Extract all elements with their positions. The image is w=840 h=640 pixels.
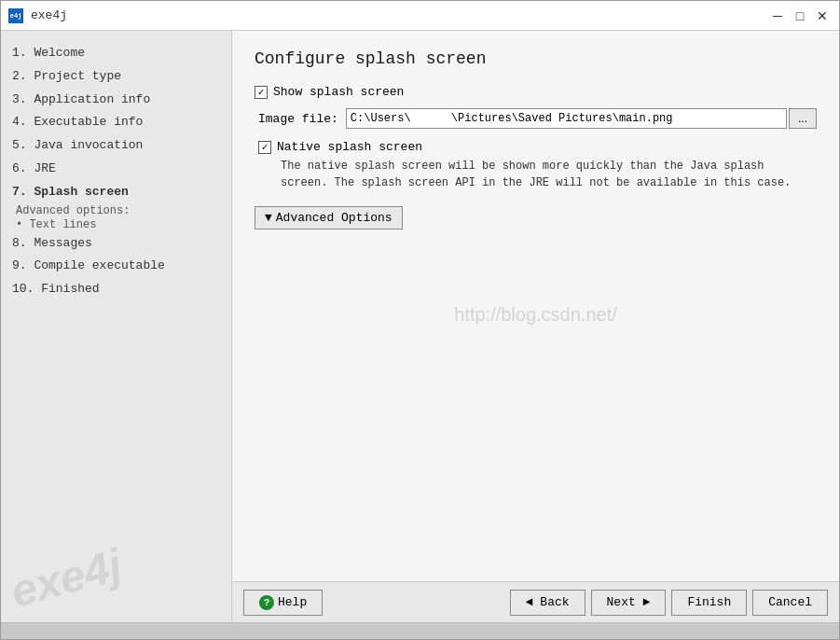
cancel-label: Cancel [768, 595, 812, 609]
main-content: Configure splash screen ✓ Show splash sc… [232, 31, 839, 581]
sidebar-item-messages[interactable]: 8. Messages [8, 232, 224, 256]
show-splash-checkbox[interactable]: ✓ [255, 86, 268, 99]
back-button[interactable]: ◄ Back [510, 590, 585, 616]
native-splash-label: Native splash screen [277, 140, 422, 154]
finish-button[interactable]: Finish [671, 590, 747, 616]
watermark-url: http://blog.csdn.net/ [255, 304, 817, 326]
sidebar-item-java-invocation[interactable]: 5. Java invocation [8, 134, 224, 158]
show-splash-checkbox-label[interactable]: ✓ Show splash screen [255, 85, 404, 99]
window-controls: ─ □ ✕ [768, 7, 832, 25]
advanced-options-button[interactable]: ▼ Advanced Options [255, 206, 403, 230]
show-splash-label: Show splash screen [273, 85, 404, 99]
sidebar: 1. Welcome 2. Project type 3. Applicatio… [1, 31, 232, 622]
image-file-label: Image file: [258, 112, 338, 126]
sidebar-item-splash-screen[interactable]: 7. Splash screen [8, 181, 224, 204]
native-splash-section: ✓ Native splash screen The native splash… [258, 140, 817, 191]
image-file-row: Image file: ... [255, 108, 817, 129]
finish-label: Finish [687, 595, 731, 609]
sidebar-item-application-info[interactable]: 3. Application info [8, 89, 224, 112]
sidebar-item-welcome[interactable]: 1. Welcome [8, 42, 224, 65]
main-panel: Configure splash screen ✓ Show splash sc… [232, 31, 839, 622]
sidebar-item-finished[interactable]: 10. Finished [8, 278, 224, 301]
sidebar-watermark: exe4j [6, 538, 127, 617]
advanced-options-label: Advanced Options [276, 211, 392, 225]
footer: ? Help ◄ Back Next ► Finish Cancel [232, 581, 839, 622]
native-splash-checkbox[interactable]: ✓ [258, 141, 271, 154]
bottom-bar [1, 622, 839, 639]
native-splash-checkbox-label[interactable]: ✓ Native splash screen [258, 140, 817, 154]
show-splash-row: ✓ Show splash screen [255, 85, 817, 99]
window-title: exe4j [31, 8, 768, 22]
next-button[interactable]: Next ► [591, 590, 667, 616]
close-button[interactable]: ✕ [813, 7, 832, 25]
sidebar-item-executable-info[interactable]: 4. Executable info [8, 111, 224, 134]
main-window: e4j exe4j ─ □ ✕ 1. Welcome 2. Project ty… [0, 0, 840, 640]
sidebar-item-project-type[interactable]: 2. Project type [8, 65, 224, 89]
page-title: Configure splash screen [255, 49, 817, 68]
help-label: Help [278, 595, 307, 609]
sidebar-item-jre[interactable]: 6. JRE [8, 158, 224, 181]
back-label: ◄ Back [526, 595, 570, 609]
advanced-options-arrow-icon: ▼ [265, 211, 272, 225]
title-bar: e4j exe4j ─ □ ✕ [1, 1, 839, 31]
maximize-button[interactable]: □ [791, 7, 809, 25]
sidebar-item-compile-executable[interactable]: 9. Compile executable [8, 255, 224, 278]
help-button[interactable]: ? Help [243, 590, 323, 616]
sidebar-advanced-options-label: Advanced options: [8, 204, 224, 217]
help-icon: ? [259, 595, 274, 610]
next-label: Next ► [607, 595, 651, 609]
image-file-input[interactable] [346, 108, 787, 129]
cancel-button[interactable]: Cancel [752, 590, 828, 616]
sidebar-item-text-lines[interactable]: • Text lines [8, 217, 224, 232]
app-icon: e4j [8, 8, 23, 23]
browse-button[interactable]: ... [789, 108, 817, 129]
content-area: 1. Welcome 2. Project type 3. Applicatio… [1, 31, 839, 622]
native-splash-desc: The native splash screen will be shown m… [281, 158, 817, 191]
minimize-button[interactable]: ─ [768, 7, 787, 25]
